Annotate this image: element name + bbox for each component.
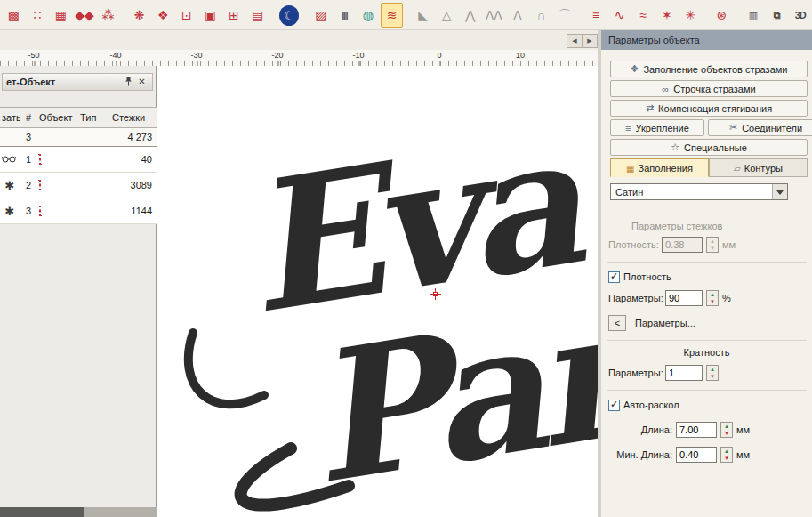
motif-ripple-icon[interactable]: ≈ bbox=[632, 3, 655, 28]
shape-peak-icon[interactable]: ⋀ bbox=[459, 3, 481, 28]
motif-snowflake-icon[interactable]: ✳ bbox=[679, 3, 702, 28]
rhinestone-fill-button[interactable]: Заполнение объектов стразами bbox=[610, 61, 808, 77]
shape-mountain-icon[interactable]: Λ bbox=[507, 3, 529, 28]
object-row[interactable]: 2 3089 bbox=[0, 173, 157, 198]
col-type: Тип bbox=[78, 112, 110, 123]
compensation-icon bbox=[646, 102, 654, 114]
density-input[interactable] bbox=[662, 237, 703, 253]
visibility-glasses-icon[interactable] bbox=[0, 154, 20, 165]
pattern-frame-icon[interactable]: ⧉ bbox=[766, 3, 788, 28]
total-stitch-count: 4 273 bbox=[110, 132, 157, 142]
connectors-button[interactable]: Соединители bbox=[708, 119, 812, 136]
tab-fills[interactable]: Заполнения bbox=[610, 158, 709, 177]
close-icon[interactable]: ✕ bbox=[135, 76, 149, 88]
col-number: # bbox=[20, 112, 37, 123]
moon-tool-icon[interactable]: ☾ bbox=[279, 5, 299, 26]
color-object-panel-titlebar[interactable]: ет-Объект ✕ bbox=[2, 73, 153, 91]
connectors-label: Соединители bbox=[742, 123, 802, 133]
shape-triangle-icon[interactable]: △ bbox=[436, 3, 458, 28]
motif-star6-icon[interactable]: ✶ bbox=[656, 3, 679, 28]
multiplicity-spinner[interactable] bbox=[706, 365, 719, 381]
min-length-spinner[interactable] bbox=[720, 447, 733, 463]
chain-icon bbox=[662, 84, 669, 94]
multiplicity-input[interactable] bbox=[665, 365, 703, 381]
motif-wave-icon[interactable]: ∿ bbox=[608, 3, 631, 28]
object-row[interactable]: 3 1144 bbox=[0, 198, 157, 224]
scroll-left-icon[interactable] bbox=[567, 34, 583, 48]
stitch-count: 40 bbox=[110, 154, 157, 165]
more-params-label: Параметры... bbox=[635, 318, 695, 328]
length-input[interactable] bbox=[676, 422, 717, 438]
fill-circle-icon[interactable]: ◍ bbox=[358, 3, 380, 28]
thread-color-icon[interactable] bbox=[0, 205, 20, 218]
motif-rows-icon[interactable]: ≡ bbox=[585, 3, 607, 28]
fill-hatch-icon[interactable]: ▨ bbox=[310, 3, 333, 28]
contours-tab-icon bbox=[734, 163, 741, 174]
density-percent-label: Параметры: bbox=[608, 293, 662, 303]
motif-weave-icon[interactable]: ▤ bbox=[246, 3, 269, 28]
motif-wheel-icon[interactable]: ⊛ bbox=[711, 3, 733, 28]
percent-unit: % bbox=[722, 293, 731, 303]
chevron-down-icon[interactable] bbox=[772, 184, 787, 199]
fill-lines-icon[interactable]: ||| bbox=[334, 3, 356, 28]
object-number: 3 bbox=[20, 206, 37, 216]
density-unit: мм bbox=[722, 239, 736, 250]
flourish-tail bbox=[189, 333, 264, 404]
object-selection-icon bbox=[37, 180, 78, 190]
design-canvas[interactable]: Eva's Part bbox=[157, 66, 598, 517]
rhinestone-stitch-button[interactable]: Строчка стразами bbox=[610, 80, 808, 97]
motif-paisley-icon[interactable]: ❋ bbox=[128, 3, 150, 28]
motif-spiral-icon[interactable]: ⊡ bbox=[176, 3, 198, 28]
pattern-hash-icon[interactable]: ▥ bbox=[742, 3, 764, 28]
params-panel-body: Заполнение объектов стразами Строчка стр… bbox=[601, 50, 812, 517]
connectors-icon bbox=[729, 122, 737, 133]
canvas-scroll-bar bbox=[0, 30, 598, 50]
fill-type-value: Сатин bbox=[615, 187, 772, 198]
reinforcement-button[interactable]: Укрепление bbox=[610, 119, 704, 136]
length-spinner[interactable] bbox=[720, 422, 733, 438]
col-stitches: Стежки bbox=[110, 112, 157, 123]
pin-icon[interactable] bbox=[122, 76, 135, 88]
collapse-params-button[interactable]: < bbox=[608, 315, 626, 331]
fill-wave-icon[interactable]: ≋ bbox=[381, 3, 403, 28]
motif-lattice-icon[interactable]: ⊞ bbox=[223, 3, 245, 28]
panel-bottom-strip bbox=[0, 507, 84, 517]
motif-dots-icon[interactable]: ▦ bbox=[50, 3, 72, 28]
object-row[interactable]: 1 40 bbox=[0, 147, 157, 173]
shape-arch-icon[interactable]: ∩ bbox=[530, 3, 552, 28]
special-button[interactable]: Специальные bbox=[610, 139, 808, 156]
panel-title: ет-Объект bbox=[6, 77, 122, 87]
object-selection-icon bbox=[37, 154, 78, 165]
fill-type-select[interactable]: Сатин bbox=[610, 183, 788, 200]
col-show: зать bbox=[0, 112, 20, 123]
motif-grid-icon[interactable]: ▩ bbox=[3, 3, 25, 28]
density-percent-input[interactable] bbox=[665, 290, 703, 306]
motif-columns-icon[interactable]: ∷ bbox=[27, 3, 49, 28]
tab-contours[interactable]: Контуры bbox=[709, 158, 808, 177]
params-panel-title: Параметры объекта bbox=[601, 30, 812, 50]
object-number: 2 bbox=[20, 180, 37, 190]
thread-color-icon[interactable] bbox=[0, 179, 20, 192]
reinforcement-label: Укрепление bbox=[636, 123, 689, 133]
view-3d-icon[interactable]: 3D bbox=[789, 3, 811, 28]
ruler-label: -20 bbox=[271, 51, 283, 60]
stitch-count: 3089 bbox=[110, 180, 157, 190]
min-length-input[interactable] bbox=[676, 447, 717, 463]
embroidery-design[interactable]: Eva's Part bbox=[157, 66, 598, 517]
shape-arc-icon[interactable]: ⌒ bbox=[554, 3, 576, 28]
density-spinner[interactable] bbox=[706, 237, 719, 253]
autosplit-checkbox[interactable] bbox=[608, 400, 620, 411]
density-percent-spinner[interactable] bbox=[706, 290, 719, 306]
density-label: Плотность: bbox=[608, 239, 658, 250]
motif-ornament-icon[interactable]: ▣ bbox=[199, 3, 221, 28]
special-label: Специальные bbox=[684, 142, 747, 153]
motif-rosette-icon[interactable]: ❖ bbox=[152, 3, 174, 28]
motif-diamonds-icon[interactable]: ◆◆ bbox=[74, 3, 96, 28]
shape-slope-icon[interactable]: ◣ bbox=[412, 3, 434, 28]
scroll-right-icon[interactable] bbox=[582, 34, 598, 48]
pull-compensation-button[interactable]: Компенсация стягивания bbox=[610, 100, 808, 117]
density-checkbox[interactable] bbox=[608, 271, 620, 283]
ruler-label: -30 bbox=[190, 51, 202, 60]
motif-stars-icon[interactable]: ⁂ bbox=[97, 3, 119, 28]
shape-peaks-icon[interactable]: ΛΛ bbox=[483, 3, 505, 28]
